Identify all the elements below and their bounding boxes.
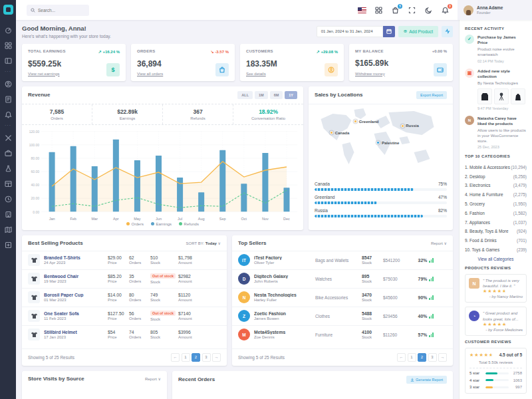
category-row[interactable]: 3. Electronics(3,479) xyxy=(465,181,527,190)
stock-cell: 749Stock xyxy=(150,293,178,303)
page-button[interactable]: 1 xyxy=(182,353,190,362)
map-marker-canada[interactable]: Canada xyxy=(330,131,349,135)
sidebar-item-charts[interactable] xyxy=(0,192,16,207)
period-tab[interactable]: 1M xyxy=(255,91,268,99)
sidebar-item-base-ui[interactable] xyxy=(0,130,16,146)
sidebar-item-tables[interactable] xyxy=(0,176,16,192)
seller-category: Bike Accessories xyxy=(315,295,362,300)
seller-row[interactable]: M Meta4SystemsZoe Dennis Furniture 4100S… xyxy=(232,325,453,344)
page-button[interactable]: → xyxy=(212,353,221,362)
activity-item[interactable]: ▣ Added new style collection By Nesta Te… xyxy=(465,68,527,110)
svg-text:Aug: Aug xyxy=(198,216,205,220)
map-marker-palestine[interactable]: Palestine xyxy=(376,141,399,145)
activity-item[interactable]: N Natasha Carey have liked the products … xyxy=(465,116,527,150)
cart-button[interactable]: 5 xyxy=(391,6,400,15)
dark-mode-button[interactable] xyxy=(424,6,433,15)
top-sellers-rows: iT iTest FactoryOliver Tyler Bags and Wa… xyxy=(232,251,453,348)
global-search[interactable] xyxy=(27,5,89,16)
page-button[interactable]: 1 xyxy=(408,353,416,362)
top-categories-list: 1. Mobile & Accessories(10,294)2. Deskto… xyxy=(465,162,527,254)
date-range-input[interactable]: 01 Jan, 2024 to 31 Jan, 2024 xyxy=(317,26,383,37)
stat-link[interactable]: View net earnings xyxy=(28,72,60,76)
price-cell: $29.00Price xyxy=(108,255,129,265)
user-menu[interactable]: Anna Adame Founder xyxy=(458,0,532,20)
product-review-card[interactable]: ◔ " Great product and looks great, lots … xyxy=(465,307,527,335)
period-tab[interactable]: 1Y xyxy=(285,91,297,99)
period-tab[interactable]: ALL xyxy=(237,91,253,99)
world-map[interactable]: Greenland Canada Russia Palestine xyxy=(314,106,448,176)
calendar-button[interactable] xyxy=(383,26,395,37)
search-input[interactable] xyxy=(38,8,84,13)
revenue-chart-area: 0.0020.0040.0060.0080.00100.00120.00JanF… xyxy=(22,125,303,222)
map-marker-russia[interactable]: Russia xyxy=(401,124,419,128)
category-row[interactable]: 5. Grocery(1,950) xyxy=(465,200,527,209)
language-flag-button[interactable] xyxy=(358,6,366,15)
category-row[interactable]: 9. Food & Drinks(701) xyxy=(465,236,527,245)
stat-link[interactable]: Withdraw money xyxy=(355,72,385,76)
revenue-title: Revenue xyxy=(28,92,50,98)
sidebar-item-dashboards[interactable] xyxy=(0,23,16,38)
seller-row[interactable]: Z Zoetic FashionJames Bowen Clothes 5488… xyxy=(232,307,453,325)
page-button[interactable]: 3 xyxy=(428,353,437,362)
category-row[interactable]: 4. Home & Furniture(2,275) xyxy=(465,190,527,200)
category-row[interactable]: 6. Fashion(1,582) xyxy=(465,208,527,217)
sort-by-dropdown[interactable]: SORT BY: Today ∨ xyxy=(186,241,221,245)
page-button[interactable]: ← xyxy=(171,353,180,362)
svg-text:120.00: 120.00 xyxy=(29,129,39,133)
stat-label: MY BALANCE xyxy=(355,49,384,53)
product-row[interactable]: Stillbird Helmet17 Jan 2023 $54Price 74O… xyxy=(22,325,227,344)
page-button[interactable]: ← xyxy=(397,353,406,362)
generate-report-button[interactable]: Generate Report xyxy=(406,376,447,384)
category-row[interactable]: 7. Appliances(1,037) xyxy=(465,217,527,227)
sidebar-item-pages[interactable] xyxy=(0,92,16,107)
location-progress-list: Canada75% Greenland47% Russi xyxy=(309,178,453,221)
map-marker-greenland[interactable]: Greenland xyxy=(354,120,378,124)
period-tab[interactable]: 6M xyxy=(270,91,283,99)
sidebar-item-layouts[interactable] xyxy=(0,53,16,68)
category-row[interactable]: 10. Toys & Games(239) xyxy=(465,245,527,254)
category-row[interactable]: 1. Mobile & Accessories(10,294) xyxy=(465,162,527,172)
seller-category: Watches xyxy=(315,277,362,281)
product-review-card[interactable]: N " The product is very beautiful. I lik… xyxy=(465,274,527,303)
seller-row[interactable]: iT iTest FactoryOliver Tyler Bags and Wa… xyxy=(232,251,453,269)
product-row[interactable]: Branded T-Shirts24 Apr 2023 $29.00Price … xyxy=(22,251,227,269)
notifications-button[interactable]: 3 xyxy=(441,6,450,15)
export-report-button[interactable]: Export Report xyxy=(416,91,447,99)
product-row[interactable]: Bentwood Chair19 Mar 2023 $85.20Price 35… xyxy=(22,269,227,288)
legend-dot xyxy=(126,222,130,225)
fullscreen-button[interactable] xyxy=(408,6,416,15)
legend-dot xyxy=(179,222,182,225)
page-button[interactable]: 2 xyxy=(418,353,426,362)
page-button[interactable]: 3 xyxy=(202,353,211,362)
sidebar-item-widgets[interactable] xyxy=(0,146,16,161)
seller-row[interactable]: D Digitech GalaxyJohn Roberts Watches 89… xyxy=(232,269,453,288)
trend-bars-icon xyxy=(429,314,434,319)
stat-link[interactable]: See details xyxy=(246,72,266,76)
sidebar-item-apps[interactable] xyxy=(0,38,16,53)
view-all-categories-link[interactable]: View all Categories xyxy=(465,257,527,261)
seller-category: Bags and Wallets xyxy=(315,258,362,263)
activity-item[interactable]: ✓ Purchase by James Price Product noise … xyxy=(465,35,527,63)
sidebar-item-icons[interactable] xyxy=(0,207,16,222)
add-product-button[interactable]: ⊕Add Product xyxy=(398,26,438,37)
sidebar-item-multilevel[interactable] xyxy=(0,237,16,253)
app-logo-icon[interactable] xyxy=(3,5,13,15)
report-dropdown[interactable]: Report ∨ xyxy=(145,376,161,381)
product-row[interactable]: Borosil Paper Cup01 Mar 2023 $14.00Price… xyxy=(22,288,227,307)
amount-cell: $3996Amount xyxy=(178,330,202,340)
category-row[interactable]: 2. Desktop(6,256) xyxy=(465,172,527,181)
page-button[interactable]: → xyxy=(438,353,447,362)
activity-button[interactable] xyxy=(442,26,453,37)
report-dropdown[interactable]: Report ∨ xyxy=(431,241,447,245)
category-row[interactable]: 8. Beauty, Toys & More(924) xyxy=(465,227,527,236)
sidebar-item-authentication[interactable] xyxy=(0,76,16,92)
sidebar-item-landing[interactable] xyxy=(0,107,16,122)
web-apps-button[interactable] xyxy=(374,6,383,15)
seller-row[interactable]: N Nesta TechnologiesHarley Fuller Bike A… xyxy=(232,288,453,307)
user-role: Founder xyxy=(477,11,503,15)
page-button[interactable]: 2 xyxy=(192,353,200,362)
product-row[interactable]: One Seater Sofa11 Feb 2023 $127.50Price … xyxy=(22,307,227,325)
sidebar-item-forms[interactable] xyxy=(0,161,16,176)
stat-link[interactable]: View all orders xyxy=(137,72,163,76)
sidebar-item-maps[interactable] xyxy=(0,222,16,237)
